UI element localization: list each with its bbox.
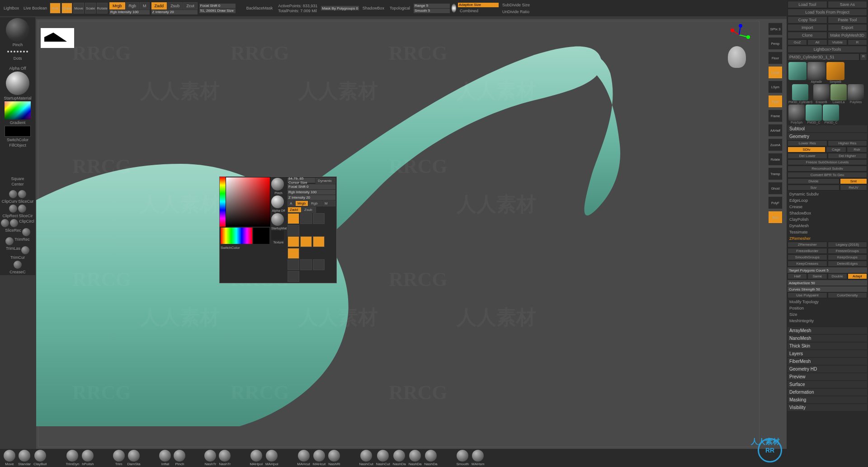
popup-pf-icon[interactable] xyxy=(300,259,312,270)
lazy-mouse-icon[interactable] xyxy=(452,4,456,13)
clip-label[interactable]: TrimRec xyxy=(14,237,30,245)
freeze-groups-button[interactable]: FreezeGroups xyxy=(828,248,868,254)
del-higher-button[interactable]: Del Higher xyxy=(828,153,868,159)
secondary-swatch[interactable] xyxy=(253,228,269,244)
popup-sym-icon[interactable] xyxy=(288,248,299,259)
zcut-button[interactable]: Zcut xyxy=(183,2,198,10)
section-edgeloop[interactable]: EdgeLoop xyxy=(788,197,867,204)
axis-gizmo[interactable] xyxy=(728,24,750,46)
shelf-xpse[interactable]: Xpse xyxy=(768,95,783,108)
brush-item[interactable]: Pinch xyxy=(174,450,185,466)
brush-item[interactable]: NashDa xyxy=(409,450,422,466)
subtool-header[interactable]: Subtool xyxy=(788,125,867,132)
popup-move-icon[interactable] xyxy=(300,213,312,224)
smt-button[interactable]: Smt xyxy=(840,178,867,184)
clip-label[interactable]: ClipCurv xyxy=(2,199,18,204)
shelf-lsym[interactable]: LSym xyxy=(768,81,783,93)
color-field[interactable] xyxy=(226,177,270,227)
popup-extra-icon[interactable] xyxy=(288,271,299,282)
same-button[interactable]: Same xyxy=(807,273,827,279)
clip-icon[interactable] xyxy=(18,205,26,213)
make-polymesh-button[interactable]: Make PolyMesh3D xyxy=(828,32,868,39)
section-surface[interactable]: Surface xyxy=(788,381,867,388)
clip-icon[interactable] xyxy=(10,219,18,227)
popup-edit-icon[interactable] xyxy=(288,236,299,247)
half-button[interactable]: Half xyxy=(788,273,807,279)
popup-focal-shift-slider[interactable]: Focal Shift 0 xyxy=(288,184,335,189)
brush-item[interactable]: NashCut xyxy=(376,450,390,466)
brush-item[interactable]: NashCut xyxy=(359,450,373,466)
brush-item[interactable]: Inflat xyxy=(159,450,171,466)
popup-rgb-intensity-slider[interactable]: Rgb Intensity 100 xyxy=(288,190,335,195)
brush-item[interactable]: NashDa xyxy=(393,450,406,466)
mrgb-button[interactable]: Mrgb xyxy=(109,2,125,10)
section-thick-skin[interactable]: Thick Skin xyxy=(788,343,867,349)
section-mesh-integrity[interactable]: MeshIntegrity xyxy=(788,318,867,324)
clip-label[interactable]: CreaseC xyxy=(1,270,34,274)
popup-rotate-icon[interactable] xyxy=(288,225,299,236)
popup-rgb-button[interactable]: Rgb xyxy=(309,200,322,206)
shelf-polyf[interactable]: PolyF xyxy=(768,196,783,209)
section-fibermesh[interactable]: FiberMesh xyxy=(788,358,867,365)
fill-object-label[interactable]: FillObject xyxy=(9,143,26,148)
section-nanomesh[interactable]: NanoMesh xyxy=(788,335,867,342)
zsub-button[interactable]: Zsub xyxy=(167,2,183,10)
popup-z-intensity-slider[interactable]: Z Intensity 20 xyxy=(288,195,335,200)
rstr-button[interactable]: Rstr xyxy=(847,147,867,152)
section-visibility[interactable]: Visibility xyxy=(788,404,867,411)
popup-texture-box[interactable] xyxy=(271,231,284,240)
adaptive-size-slider[interactable]: AdaptiveSize 50 xyxy=(788,280,867,286)
tool-name-label[interactable]: PM3D_Cylinder3D_1_51 xyxy=(788,53,859,61)
hue-bar[interactable] xyxy=(220,177,226,227)
shelf-local[interactable]: Local xyxy=(768,66,783,79)
goz-r-button[interactable]: R xyxy=(848,39,867,45)
tool-icon[interactable] xyxy=(813,84,830,100)
topological-button[interactable]: Topological xyxy=(388,5,412,11)
geometry-header[interactable]: Geometry xyxy=(788,133,867,140)
goz-visible-button[interactable]: Visible xyxy=(828,39,847,45)
mask-polygroups-slider[interactable]: Mask By Polygroups 0 xyxy=(321,6,359,10)
popup-dynamic-button[interactable]: Dynamic xyxy=(316,178,335,184)
section-crease[interactable]: Crease xyxy=(788,204,867,210)
clip-icon[interactable] xyxy=(14,261,22,269)
clip-icon[interactable] xyxy=(22,228,30,236)
range-slider[interactable]: Range 5 xyxy=(414,4,450,8)
tool-icon[interactable] xyxy=(792,84,808,100)
brush-item[interactable]: MAHsm xyxy=(472,450,484,466)
shelf-solo[interactable]: Solo xyxy=(768,211,783,224)
clip-icon[interactable] xyxy=(9,190,17,198)
use-polypaint-button[interactable]: Use Polypaint xyxy=(788,292,827,298)
section-tessimate[interactable]: Tessimate xyxy=(788,229,867,235)
shelf-floor[interactable]: Floor xyxy=(768,52,783,64)
popup-mrgb-button[interactable]: Mrgb xyxy=(295,200,308,206)
brush-item[interactable]: Smooth xyxy=(456,450,469,466)
tool-r-button[interactable]: R xyxy=(860,53,867,61)
clip-icon[interactable] xyxy=(1,219,9,227)
move-button[interactable]: Move xyxy=(73,3,84,14)
brush-item[interactable]: NashTr xyxy=(219,450,231,466)
popup-gizmo-icon[interactable] xyxy=(300,236,312,247)
popup-cursor-size-slider[interactable]: 84.79, 85 Cursor Size xyxy=(288,178,315,183)
brush-item[interactable]: NashRi xyxy=(328,450,340,466)
goz-all-button[interactable]: All xyxy=(807,39,827,45)
section-claypolish[interactable]: ClayPolish xyxy=(788,216,867,223)
switch-color-label[interactable]: SwitchColor xyxy=(7,138,28,142)
scale-button[interactable]: Scale xyxy=(85,3,96,14)
m-button[interactable]: M xyxy=(140,2,150,10)
zremesher-button[interactable]: ZRemesher xyxy=(788,242,827,248)
section-geometry-hd[interactable]: Geometry HD xyxy=(788,366,867,372)
color-density-button[interactable]: ColorDensity xyxy=(828,292,868,298)
shelf-persp[interactable]: Persp xyxy=(768,37,783,50)
popup-m-button[interactable]: M xyxy=(322,200,335,206)
section-size[interactable]: Size xyxy=(788,311,867,318)
brush-item[interactable]: Move xyxy=(4,450,15,466)
brush-item[interactable]: DamSta xyxy=(127,450,141,466)
adapt-button[interactable]: Adapt xyxy=(848,273,867,279)
popup-polyf-icon[interactable] xyxy=(288,259,299,270)
edit-button[interactable]: Edit xyxy=(50,3,61,14)
popup-scale-icon[interactable] xyxy=(313,213,325,224)
brush-item[interactable]: ClayBuil xyxy=(33,450,47,466)
keep-creases-button[interactable]: KeepCreases xyxy=(788,261,827,267)
brush-item[interactable]: MAHcut xyxy=(313,450,326,466)
popup-zsub-button[interactable]: Zsub xyxy=(302,207,316,213)
